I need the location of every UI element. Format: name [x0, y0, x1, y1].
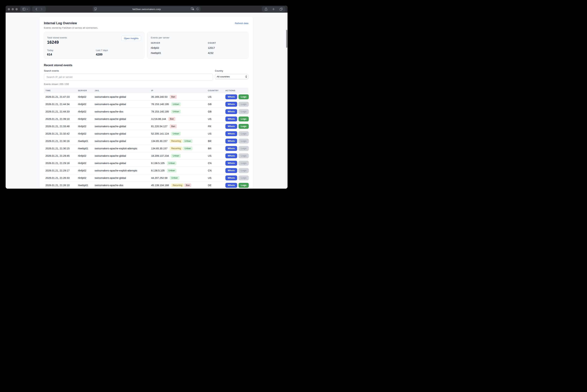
status-badge-recurring: Recurring [170, 139, 182, 143]
table-row: 2026.01.21, 21:39:10 rlinfp02 swissmaker… [44, 115, 248, 123]
per-server-row: rlinfp02 12017 [151, 44, 245, 49]
open-insights-button[interactable]: Open insights [121, 36, 141, 41]
whois-button[interactable]: Whois [225, 138, 237, 144]
sidebar-toggle-button[interactable] [20, 6, 30, 12]
table-row: 2026.01.21, 21:32:42 rlinfp02 swissmaker… [44, 130, 248, 138]
whois-button[interactable]: Whois [225, 183, 237, 188]
logs-button[interactable]: Logs [239, 102, 249, 107]
logs-button[interactable]: Logs [239, 124, 249, 129]
badge-group: Ban [168, 117, 175, 121]
page-subtitle: Events stored by Fail2ban-UI across all … [44, 26, 98, 29]
browser-window: fail2ban.swissmakers.corp A x [6, 6, 288, 189]
search-box: Search events [44, 70, 213, 80]
jail-cell: swissmakers-apache-dos [95, 184, 151, 187]
actions-cell: Whois Logs [225, 153, 249, 158]
logs-button[interactable]: Logs [239, 109, 249, 114]
reload-icon[interactable] [196, 8, 199, 10]
country-select-value: All countries [217, 75, 230, 78]
back-button[interactable] [36, 8, 37, 10]
country-cell: GB [208, 103, 225, 106]
whois-button[interactable]: Whois [225, 146, 237, 151]
whois-button[interactable]: Whois [225, 161, 237, 166]
actions-cell: Whois Logs [225, 131, 249, 136]
browser-titlebar: fail2ban.swissmakers.corp A x [6, 6, 288, 13]
status-badge-ban: Ban [184, 183, 191, 187]
badge-group: Unban [166, 169, 177, 172]
jail-cell: swissmakers-apache-exploit-attempts [95, 169, 151, 172]
ip-cell: 18.209.137.234 Unban [151, 154, 208, 158]
minimize-button[interactable] [12, 8, 14, 10]
jail-cell: swissmakers-apache-dos [95, 110, 151, 113]
share-icon[interactable] [265, 8, 267, 11]
search-input[interactable] [44, 74, 213, 80]
badge-group: Unban [171, 154, 181, 158]
badge-group: Ban [169, 95, 177, 99]
last7-label: Last 7 days [96, 49, 141, 52]
server-cell: rlinfp02 [78, 154, 95, 157]
ip-cell: 3.216.86.144 Ban [151, 117, 208, 121]
logs-button[interactable]: Logs [239, 153, 249, 158]
time-cell: 2026.01.21, 21:44:34 [46, 103, 78, 106]
status-badge-unban: Unban [183, 146, 193, 150]
translate-icon[interactable]: A x [191, 7, 194, 10]
per-server-row: rlwebp01 4232 [151, 49, 245, 54]
ip-cell: 134.65.30.157 RecurringUnban [151, 146, 208, 150]
server-cell: rlwebp01 [78, 184, 95, 187]
whois-button[interactable]: Whois [225, 131, 237, 136]
col-time: TIME [46, 90, 78, 92]
logs-button[interactable]: Logs [239, 138, 249, 144]
logs-button[interactable]: Logs [239, 131, 249, 136]
logs-button[interactable]: Logs [239, 161, 249, 166]
actions-cell: Whois Logs [225, 138, 249, 144]
server-cell: rlinfp02 [78, 176, 95, 179]
per-server-title: Events per server [151, 36, 245, 39]
whois-button[interactable]: Whois [225, 168, 237, 173]
logs-button[interactable]: Logs [239, 146, 249, 151]
logs-button[interactable]: Logs [239, 116, 249, 122]
url-text: fail2ban.swissmakers.corp [93, 6, 201, 12]
ip-address: 3.216.86.144 [151, 118, 166, 120]
forward-button[interactable] [41, 8, 42, 10]
search-events-label: Search events [44, 70, 213, 72]
scrollbar-track[interactable] [286, 13, 288, 189]
refresh-data-link[interactable]: Refresh data [235, 22, 248, 24]
time-cell: 2026.01.21, 21:30:15 [46, 147, 78, 150]
logs-button[interactable]: Logs [239, 183, 249, 188]
per-server-header: SERVER COUNT [151, 42, 245, 44]
col-ip: IP [151, 90, 208, 92]
col-country: COUNTRY [208, 90, 225, 92]
country-cell: US [208, 96, 225, 98]
badge-group: RecurringBan [171, 183, 191, 187]
ip-address: 18.209.137.234 [151, 154, 169, 157]
whois-button[interactable]: Whois [225, 124, 237, 129]
whois-button[interactable]: Whois [225, 153, 237, 158]
status-badge-ban: Ban [168, 117, 175, 121]
zoom-button[interactable] [16, 8, 18, 10]
today-label: Today [47, 49, 96, 52]
whois-button[interactable]: Whois [225, 176, 237, 180]
new-tab-icon[interactable] [272, 8, 275, 10]
toolbar-right-group [262, 6, 285, 12]
whois-button[interactable]: Whois [225, 94, 237, 99]
whois-button[interactable]: Whois [225, 109, 237, 114]
sidebar-icon [23, 8, 26, 10]
logs-button[interactable]: Logs [239, 168, 249, 173]
time-cell: 2026.01.21, 21:33:48 [46, 125, 78, 128]
time-cell: 2026.01.21, 21:29:17 [46, 169, 78, 172]
jail-cell: swissmakers-apache-global [95, 103, 151, 106]
scrollbar-thumb[interactable] [286, 30, 287, 48]
ip-cell: 44.207.252.58 Unban [151, 176, 208, 180]
whois-button[interactable]: Whois [225, 116, 237, 122]
badge-group: RecurringUnban [169, 146, 193, 150]
close-button[interactable] [8, 8, 10, 10]
logs-button[interactable]: Logs [239, 176, 249, 180]
ip-address: 81.220.54.127 [151, 125, 168, 128]
whois-button[interactable]: Whois [225, 102, 237, 107]
country-select[interactable]: All countries [215, 74, 248, 79]
jail-cell: swissmakers-apache-global [95, 125, 151, 128]
logs-button[interactable]: Logs [239, 94, 249, 99]
last7-value: 4289 [96, 53, 141, 56]
address-bar[interactable]: fail2ban.swissmakers.corp A x [93, 6, 201, 12]
jail-cell: swissmakers-apache-exploit-attempts [95, 147, 151, 150]
tab-overview-icon[interactable] [280, 8, 283, 10]
